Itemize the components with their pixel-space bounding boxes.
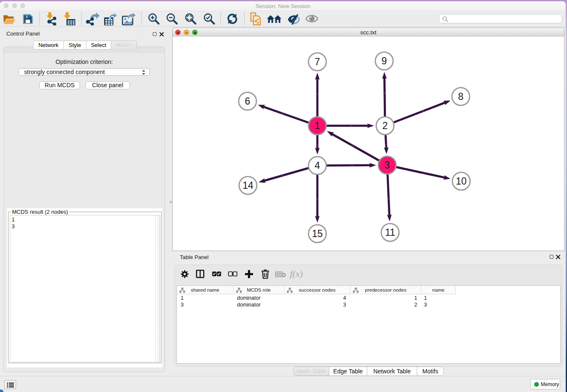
svg-text:11: 11 [385,227,395,238]
svg-text:14: 14 [242,180,253,191]
svg-text:8: 8 [458,91,464,102]
svg-text:3: 3 [385,160,390,171]
svg-text:2: 2 [383,120,388,131]
svg-text:4: 4 [315,160,320,171]
svg-text:1: 1 [315,120,320,131]
svg-text:7: 7 [315,56,320,67]
svg-text:15: 15 [312,228,323,239]
svg-text:9: 9 [382,55,387,66]
svg-text:10: 10 [456,176,467,187]
svg-text:6: 6 [245,96,250,107]
